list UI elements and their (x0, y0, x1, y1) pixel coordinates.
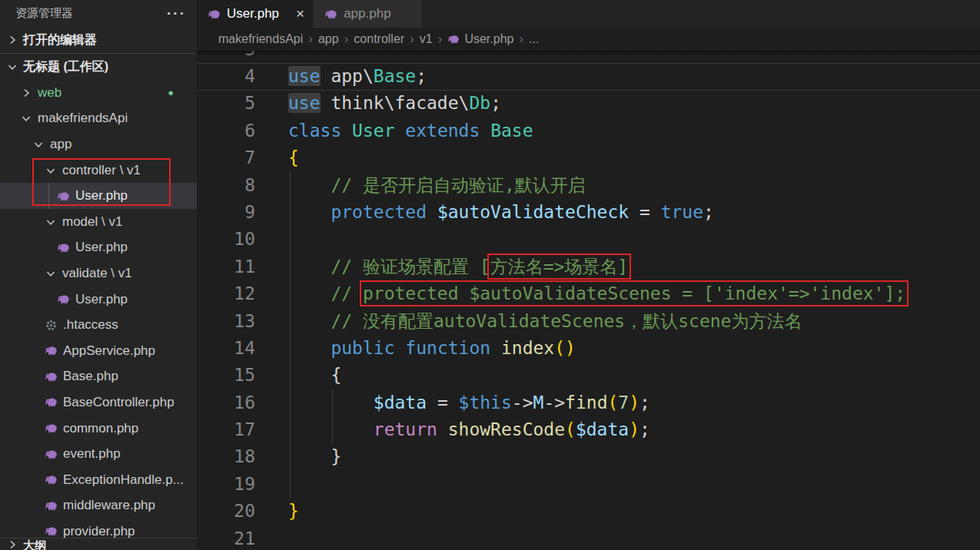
vscode-window: 资源管理器 ··· 打开的编辑器 无标题 (工作区) web●makefrien… (0, 0, 980, 550)
code-token: 方法名=>场景名] (490, 257, 629, 277)
tree-item-label: .htaccess (63, 317, 118, 333)
tree-item-label: User.php (75, 292, 128, 307)
breadcrumb-item-user.php[interactable]: User.php (447, 32, 513, 46)
code-token: use (288, 93, 321, 113)
code-token: public (331, 338, 394, 358)
breadcrumb-item-app[interactable]: app (318, 32, 339, 46)
open-editors-section[interactable]: 打开的编辑器 (0, 27, 197, 53)
code-token: protected (331, 202, 427, 222)
breadcrumb-item-makefriendsapi[interactable]: makefriendsApi (218, 32, 303, 46)
code-token: = (427, 393, 459, 412)
code-token: Base (374, 66, 416, 86)
code-token (288, 257, 331, 277)
code-line-7: 7{ (197, 144, 980, 171)
breadcrumb-item-controller[interactable]: controller (354, 32, 404, 46)
tree-item-base.php[interactable]: Base.php (0, 364, 197, 390)
code-token: } (331, 446, 341, 466)
code-token: class (288, 121, 341, 141)
tree-item-event.php[interactable]: event.php (0, 441, 197, 467)
code-line-4: 4use app\Base; (197, 63, 980, 90)
code-line-14: 14 public function index() (197, 335, 980, 362)
tree-item-appservice.php[interactable]: AppService.php (0, 338, 197, 364)
code-line-11: 11 // 验证场景配置 [方法名=>场景名] (197, 253, 980, 280)
code-line-5: 5use think\facade\Db; (197, 90, 980, 117)
workspace-section[interactable]: 无标题 (工作区) (0, 54, 197, 80)
tree-item-user.php[interactable]: User.php (0, 287, 197, 313)
tree-item-validate-v1[interactable]: validate \ v1 (0, 260, 197, 287)
tab-app.php[interactable]: app.php (314, 0, 421, 28)
line-number: 15 (197, 362, 255, 389)
code-token: Base (490, 121, 533, 141)
code-token (341, 121, 352, 141)
code-line-16: 16 $data = $this->M->find(7); (197, 389, 980, 416)
tree-indent-guide (48, 183, 49, 209)
line-number: 7 (197, 144, 255, 171)
open-editors-label: 打开的编辑器 (23, 32, 97, 48)
file-tree: web●makefriendsApiappcontroller \ v1User… (0, 80, 197, 545)
code-token (395, 121, 406, 141)
tree-item-web[interactable]: web● (0, 80, 197, 106)
chevron-down-icon (6, 61, 18, 73)
code-token: $autoValidateCheck (437, 202, 629, 222)
breadcrumb-separator-icon: › (438, 31, 443, 47)
code-line-3: 3 (197, 51, 980, 63)
tree-item-label: controller \ v1 (62, 163, 141, 178)
tree-item-user.php[interactable]: User.php (0, 235, 197, 261)
close-icon[interactable]: × (296, 5, 304, 22)
tab-user.php[interactable]: User.php× (197, 0, 312, 28)
code-token: } (288, 501, 299, 521)
breadcrumb-item-...[interactable]: ... (529, 32, 539, 46)
tree-item-app[interactable]: app (0, 131, 197, 157)
code-token: 7 (618, 393, 629, 412)
code-token: -> (512, 393, 533, 412)
php-file-icon (57, 241, 70, 254)
tree-item-label: User.php (75, 240, 128, 255)
tree-item-model-v1[interactable]: model \ v1 (0, 209, 197, 235)
code-token: $this (459, 393, 512, 412)
more-actions-icon[interactable]: ··· (167, 10, 186, 18)
code-token: -> (543, 393, 565, 412)
php-file-icon (45, 448, 58, 461)
breadcrumb-separator-icon: › (344, 31, 349, 47)
chevron-right-icon (20, 87, 32, 99)
breadcrumb-item-v1[interactable]: v1 (420, 32, 433, 46)
tree-item-label: web (38, 85, 61, 101)
code-line-6: 6class User extends Base (197, 118, 980, 144)
line-number: 12 (197, 280, 255, 307)
tree-item-middleware.php[interactable]: middleware.php (0, 493, 197, 519)
php-file-icon (208, 8, 221, 21)
line-number: 6 (197, 118, 255, 144)
tree-item-label: common.php (63, 421, 138, 436)
code-token (480, 121, 490, 141)
outline-section[interactable]: 大纲 (0, 538, 197, 550)
code-token: // 是否开启自动验证,默认开启 (331, 175, 585, 195)
code-editor[interactable]: 34use app\Base;5use think\facade\Db;6cla… (197, 51, 980, 550)
code-token: $data (374, 393, 427, 412)
tree-item-user.php[interactable]: User.php (0, 183, 197, 209)
code-line-9: 9 protected $autoValidateCheck = true; (197, 199, 980, 226)
tree-item-label: makefriendsApi (38, 111, 128, 126)
code-token: true (661, 202, 703, 222)
tree-item-common.php[interactable]: common.php (0, 416, 197, 442)
tree-item-.htaccess[interactable]: .htaccess (0, 312, 197, 338)
code-line-21: 21 (197, 525, 980, 550)
code-line-15: 15 { (197, 362, 980, 389)
tree-item-label: event.php (63, 446, 121, 462)
code-token: ; (703, 202, 714, 222)
code-line-19: 19 (197, 471, 980, 498)
tree-item-basecontroller.php[interactable]: BaseController.php (0, 389, 197, 416)
code-token (321, 66, 331, 86)
tab-label: app.php (344, 6, 390, 22)
code-token (288, 175, 331, 195)
code-token: = (629, 202, 661, 222)
code-token: extends (405, 121, 480, 141)
tree-item-makefriendsapi[interactable]: makefriendsApi (0, 106, 197, 132)
tree-item-label: Base.php (63, 369, 118, 384)
breadcrumb-separator-icon: › (519, 31, 523, 47)
line-number: 21 (197, 525, 255, 550)
code-token: use (288, 66, 321, 86)
code-token: ; (639, 393, 650, 412)
php-file-icon (45, 525, 58, 538)
tree-item-controller-v1[interactable]: controller \ v1 (0, 157, 197, 184)
tree-item-exceptionhandle.p...[interactable]: ExceptionHandle.p... (0, 467, 197, 493)
